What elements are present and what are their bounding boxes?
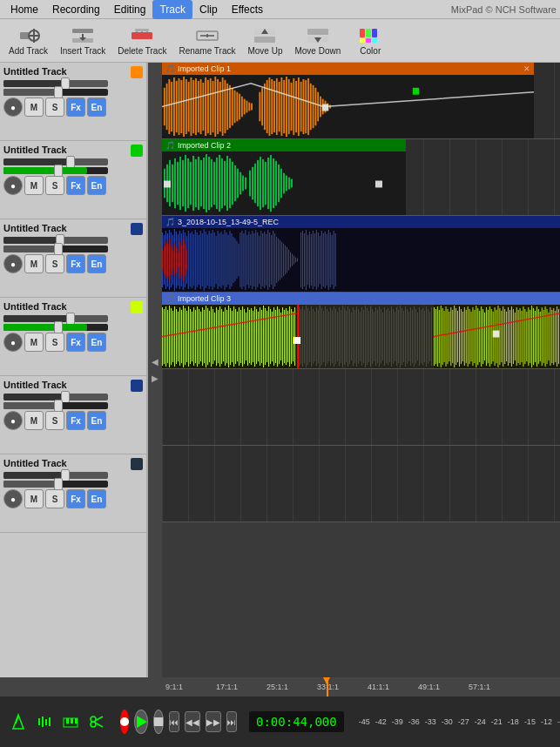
piano-icon[interactable] [59, 710, 82, 733]
svg-rect-205 [257, 232, 258, 287]
timeline-strip[interactable]: 9:1:1 17:1:1 25:1:1 33:1:1 41:1:1 49:1:1… [0, 677, 560, 697]
track-timeline[interactable]: ◀ ▶ 🎵 Imported Clip 1 ✕ [148, 63, 560, 677]
track-6-en-btn[interactable]: En [87, 489, 106, 508]
track-5-record-btn[interactable]: ● [3, 411, 23, 430]
svg-rect-319 [256, 309, 257, 364]
track-2-solo-btn[interactable]: S [45, 176, 64, 195]
track-1-mute-btn[interactable]: M [24, 98, 44, 117]
track-3-solo-btn[interactable]: S [45, 254, 64, 273]
track-3-record-btn[interactable]: ● [3, 254, 23, 273]
track-2-record-btn[interactable]: ● [3, 176, 23, 195]
svg-rect-471 [522, 311, 523, 362]
track-3-en-btn[interactable]: En [87, 254, 106, 273]
track-5-solo-btn[interactable]: S [45, 411, 64, 430]
record-button[interactable] [120, 710, 129, 734]
track-4-solo-btn[interactable]: S [45, 333, 64, 352]
track-5-color [131, 380, 143, 392]
svg-rect-409 [415, 309, 416, 364]
track-1-pan-slider[interactable] [3, 89, 108, 96]
track-6-fx-btn[interactable]: Fx [66, 489, 85, 508]
track-3-fx-btn[interactable]: Fx [66, 254, 85, 273]
track-4-pan-slider[interactable] [3, 324, 108, 331]
track-5-mute-btn[interactable]: M [24, 411, 44, 430]
scroll-right-icon[interactable]: ▶ [152, 374, 159, 383]
svg-rect-357 [325, 306, 326, 367]
menu-editing[interactable]: Editing [107, 0, 153, 19]
track-2-fx-btn[interactable]: Fx [66, 176, 85, 195]
track-4-fx-btn[interactable]: Fx [66, 333, 85, 352]
track-4-record-btn[interactable]: ● [3, 333, 23, 352]
rewind-button[interactable]: ◀◀ [185, 711, 200, 732]
stop-button[interactable] [153, 710, 164, 734]
track-4-mute-btn[interactable]: M [24, 333, 44, 352]
track-5-pan-slider[interactable] [3, 402, 108, 409]
svg-rect-124 [229, 158, 231, 208]
menu-clip[interactable]: Clip [192, 0, 225, 19]
menu-home[interactable]: Home [3, 0, 45, 19]
svg-rect-364 [337, 312, 338, 361]
svg-rect-167 [192, 232, 192, 288]
track-6-record-btn[interactable]: ● [3, 489, 23, 508]
track-lane-1[interactable]: 🎵 Imported Clip 1 ✕ [162, 63, 560, 139]
track-6-pan-slider[interactable] [3, 481, 108, 488]
track-lane-3[interactable]: 🎵 3_2018-10-15_13-49-5_REC [162, 216, 560, 293]
insert-track-button[interactable]: Insert Track [55, 22, 111, 60]
svg-rect-463 [508, 307, 509, 366]
svg-rect-410 [417, 313, 418, 360]
track-3-mute-btn[interactable]: M [24, 254, 44, 273]
svg-rect-74 [276, 78, 278, 135]
track-1-fx-btn[interactable]: Fx [66, 98, 85, 117]
track-lane-5[interactable] [162, 369, 560, 446]
svg-rect-129 [242, 176, 244, 192]
svg-rect-147 [291, 179, 293, 188]
svg-rect-102 [172, 165, 173, 202]
scroll-left-icon[interactable]: ◀ [152, 357, 159, 367]
svg-rect-264 [186, 250, 187, 271]
rename-track-button[interactable]: Rename Track [173, 22, 240, 60]
add-track-button[interactable]: Add Track [3, 22, 53, 60]
menu-effects[interactable]: Effects [225, 0, 270, 19]
mixer-icon[interactable] [33, 710, 56, 733]
track-2-mute-btn[interactable]: M [24, 176, 44, 195]
delete-track-button[interactable]: Delete Track [112, 22, 172, 60]
move-down-button[interactable]: Move Down [289, 22, 346, 60]
track-3-pan-slider[interactable] [3, 246, 108, 252]
color-button[interactable]: Color [347, 22, 393, 60]
db-mark-5: -33 [422, 717, 439, 726]
go-end-button[interactable]: ⏭ [226, 711, 237, 732]
play-button[interactable] [134, 710, 148, 734]
track-1-en-btn[interactable]: En [87, 98, 106, 117]
svg-rect-248 [334, 231, 334, 289]
svg-rect-130 [245, 178, 246, 190]
toolbar: Add Track Insert Track Delete Track [0, 19, 560, 63]
track-lane-2[interactable]: 🎵 Imported Clip 2 [162, 139, 560, 216]
svg-rect-26 [372, 29, 377, 37]
track-2-pan-slider[interactable] [3, 167, 108, 174]
insert-track-icon [71, 25, 95, 46]
track-5-en-btn[interactable]: En [87, 411, 106, 430]
menu-track[interactable]: Track [152, 0, 192, 19]
svg-rect-504 [75, 718, 78, 723]
go-start-button[interactable]: ⏮ [169, 711, 179, 732]
track-5-fx-btn[interactable]: Fx [66, 411, 85, 430]
track-6-mute-btn[interactable]: M [24, 489, 44, 508]
menu-recording[interactable]: Recording [45, 0, 107, 19]
move-up-button[interactable]: Move Up [242, 22, 287, 60]
track-lane-6[interactable] [162, 446, 560, 522]
svg-rect-273 [176, 309, 177, 364]
forward-button[interactable]: ▶▶ [206, 711, 221, 732]
track-lane-4[interactable]: 🎵 Imported Clip 3 [162, 293, 560, 369]
scissors-icon[interactable] [85, 710, 108, 733]
track-1-solo-btn[interactable]: S [45, 98, 64, 117]
track-1-record-btn[interactable]: ● [3, 98, 23, 117]
svg-rect-142 [278, 165, 280, 202]
clip-1-close[interactable]: ✕ [523, 64, 530, 73]
svg-rect-445 [477, 308, 478, 365]
metronome-icon[interactable] [7, 710, 30, 733]
svg-rect-206 [259, 236, 260, 284]
svg-rect-422 [439, 310, 440, 363]
track-2-en-btn[interactable]: En [87, 176, 106, 195]
track-4-en-btn[interactable]: En [87, 333, 106, 352]
track-6-solo-btn[interactable]: S [45, 489, 64, 508]
svg-rect-69 [264, 84, 266, 130]
